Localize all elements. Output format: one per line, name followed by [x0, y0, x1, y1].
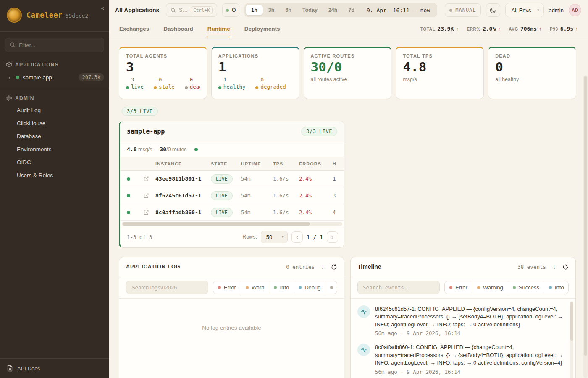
filter-error[interactable]: Error [445, 281, 472, 294]
refresh-icon[interactable] [562, 264, 569, 270]
time-range-3h[interactable]: 3h [263, 5, 280, 15]
brand-build: 69dcce2 [65, 13, 88, 19]
row-range: 1-3 of 3 [127, 234, 152, 240]
sidebar-item-api-docs[interactable]: API Docs [0, 358, 109, 378]
live-dot [127, 211, 130, 214]
rows-per-page-select[interactable]: 50 ▾ [261, 231, 288, 243]
sidebar-header: Cameleer 69dcce2 « [0, 0, 109, 32]
log-empty-state: No log entries available [119, 299, 344, 331]
timeline-panel: Timeline 38 events ↓ Error [350, 257, 576, 378]
global-search-button[interactable]: S… Ctrl+K [166, 3, 217, 17]
scroll-to-bottom-icon[interactable]: ↓ [553, 263, 556, 270]
filter-success[interactable]: Success [508, 281, 544, 294]
env-select[interactable]: All Envs ▾ [505, 3, 544, 17]
log-level-filter-group: Error Warn Info Debug Trace [213, 281, 337, 294]
online-label: O [232, 7, 236, 13]
filter-trace[interactable]: Trace [325, 281, 337, 294]
timeline-event[interactable]: 8c0affadb860-1: CONFIG_APPLIED — {change… [357, 344, 566, 375]
sidebar-item-sample-app[interactable]: › sample app 207.3k [0, 70, 109, 85]
search-placeholder-text: S… [179, 7, 188, 13]
tabbar: Exchanges Dashboard Runtime Deployments … [109, 20, 588, 37]
sidebar-item-audit-log[interactable]: Audit Log [0, 104, 109, 117]
app-item-label: sample app [23, 74, 52, 81]
online-status-button[interactable]: O [222, 3, 239, 17]
timeline-scrollbar[interactable] [570, 301, 573, 378]
scrollbar-thumb[interactable] [123, 222, 310, 226]
avatar[interactable]: AD [569, 4, 581, 16]
page-scrollbar[interactable] [583, 75, 588, 378]
trend-up-icon: ↑ [456, 26, 459, 32]
sidebar-item-database[interactable]: Database [0, 130, 109, 143]
brand-name: Cameleer [26, 11, 63, 19]
log-panel-title: APPLICATION LOG [126, 264, 180, 270]
filter-warning[interactable]: Warning [472, 281, 508, 294]
document-icon [7, 365, 13, 372]
external-link-icon[interactable] [137, 193, 155, 199]
manual-refresh-button[interactable]: MANUAL [445, 3, 480, 17]
time-range-24h[interactable]: 24h [323, 5, 343, 15]
date-range-display[interactable]: 9. Apr. 16:11 – now [360, 7, 436, 13]
tab-runtime[interactable]: Runtime [207, 20, 230, 37]
env-select-value: All Envs [512, 7, 531, 13]
log-entries-count: 0 entries [286, 264, 315, 270]
sidebar-filter-input[interactable] [19, 42, 100, 48]
pulse-icon [357, 344, 370, 356]
tab-deployments[interactable]: Deployments [244, 20, 280, 37]
horizontal-scrollbar[interactable] [122, 222, 342, 226]
app-meta-row: 4.8 msg/s 30/0 routes [120, 142, 344, 157]
scrollbar-thumb[interactable] [584, 76, 587, 356]
search-shortcut-kbd: Ctrl+K [191, 6, 213, 14]
cameleer-logo [7, 8, 22, 23]
time-range-segmented-control: 1h 3h 6h Today 24h 7d 9. Apr. 16:11 – no… [244, 3, 437, 17]
table-row[interactable]: 8f6245c61d57-1 LIVE 54m 1.6/s 2.4% 3 [120, 187, 344, 204]
overview-live-badge: 3/3 LIVE [122, 107, 158, 116]
status-dot [16, 76, 19, 79]
tab-exchanges[interactable]: Exchanges [119, 20, 149, 37]
gear-icon [6, 95, 12, 101]
sidebar-collapse-icon[interactable]: « [101, 4, 104, 11]
scroll-to-bottom-icon[interactable]: ↓ [321, 263, 324, 270]
time-range-6h[interactable]: 6h [280, 5, 297, 15]
divider [0, 89, 109, 89]
pulse-icon [357, 305, 370, 318]
filter-info[interactable]: Info [269, 281, 294, 294]
sidebar-item-oidc[interactable]: OIDC [0, 156, 109, 169]
refresh-icon[interactable] [331, 264, 337, 270]
external-link-icon[interactable] [137, 210, 155, 215]
table-row[interactable]: 43ee9811b801-1 LIVE 54m 1.6/s 2.4% 1 [120, 171, 344, 187]
dark-mode-toggle[interactable] [486, 3, 500, 17]
application-log-panel: APPLICATION LOG 0 entries ↓ Error [119, 257, 344, 378]
filter-debug[interactable]: Debug [294, 281, 325, 294]
filter-info[interactable]: Info [544, 281, 569, 294]
log-search-input[interactable] [126, 281, 208, 294]
event-timestamp: 56m ago · 9 Apr 2026, 16:14 [375, 330, 565, 336]
sidebar-item-environments[interactable]: Environments [0, 143, 109, 156]
external-link-icon[interactable] [137, 176, 155, 182]
rows-label: Rows: [242, 234, 257, 240]
table-row[interactable]: 8c0affadb860-1 LIVE 54m 1.6/s 2.4% 4 [120, 204, 344, 221]
filter-error[interactable]: Error [213, 281, 241, 294]
time-range-1h[interactable]: 1h [246, 5, 263, 15]
next-page-button[interactable]: › [327, 231, 338, 243]
page-indicator: 1 / 1 [307, 234, 323, 240]
sidebar-item-users-roles[interactable]: Users & Roles [0, 169, 109, 182]
timeline-event[interactable]: 8f6245c61d57-1: CONFIG_APPLIED — {config… [357, 305, 566, 336]
sidebar-item-clickhouse[interactable]: ClickHouse [0, 117, 109, 130]
range-to: now [420, 7, 430, 13]
expand-chevron-icon[interactable]: › [8, 74, 13, 81]
stat-cards: TOTAL AGENTS 3 3live 0stale 0dead APPLIC… [119, 47, 576, 99]
app-name: sample-app [127, 128, 165, 135]
time-range-today[interactable]: Today [297, 5, 323, 15]
tab-dashboard[interactable]: Dashboard [163, 20, 193, 37]
prev-page-button[interactable]: ‹ [291, 231, 303, 243]
scrollbar-thumb[interactable] [570, 302, 573, 341]
user-name: admin [549, 7, 564, 13]
instance-table-header: INSTANCE STATE UPTIME TPS ERRORS H [120, 157, 344, 171]
timeline-filter-group: Error Warning Success Info [444, 281, 569, 294]
sidebar-filter[interactable] [5, 38, 104, 52]
topbar: All Applications S… Ctrl+K O 1h 3h 6h To… [109, 0, 588, 20]
filter-warn[interactable]: Warn [241, 281, 269, 294]
state-badge: LIVE [211, 174, 233, 184]
timeline-search-input[interactable] [357, 281, 440, 294]
time-range-7d[interactable]: 7d [343, 5, 360, 15]
